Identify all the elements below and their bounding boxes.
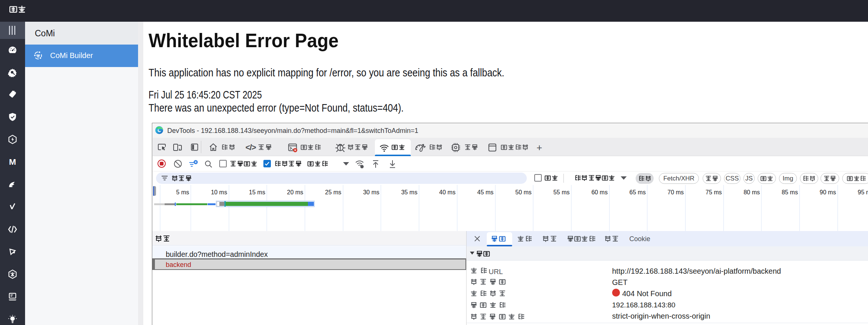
svg-text:M: M bbox=[9, 157, 16, 167]
